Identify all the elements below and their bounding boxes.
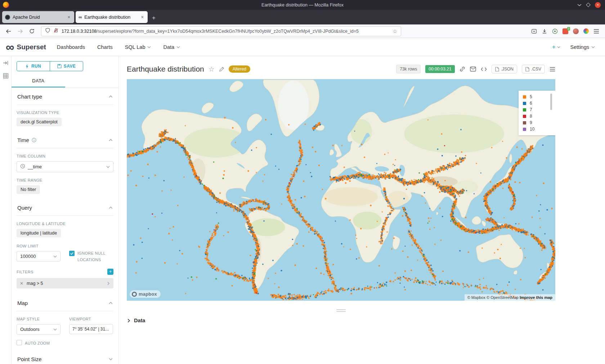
panel-drag-handle[interactable]	[127, 309, 555, 312]
time-column-select[interactable]: __time	[17, 161, 113, 172]
legend-swatch	[523, 115, 526, 118]
superset-brand-name: Superset	[17, 43, 46, 51]
info-icon	[32, 138, 36, 142]
section-point-size[interactable]: Point Size	[17, 350, 113, 364]
insecure-lock-icon[interactable]	[53, 28, 59, 35]
chevron-down-icon	[557, 46, 560, 48]
embed-code-icon[interactable]	[481, 67, 487, 72]
nav-data[interactable]: Data	[163, 44, 180, 50]
export-csv-button[interactable]: .CSV	[522, 65, 545, 73]
tab-close-icon[interactable]: ×	[66, 14, 71, 20]
chevron-up-icon	[109, 206, 113, 209]
section-chart-type[interactable]: Chart type	[17, 88, 113, 105]
browser-window: Earthquake distribution — Mozilla Firefo…	[0, 0, 605, 364]
expand-panel-icon[interactable]	[3, 60, 9, 67]
row-limit-select[interactable]: 100000	[17, 251, 60, 261]
settings-menu[interactable]: Settings	[570, 44, 595, 50]
legend-item[interactable]: 8	[523, 113, 555, 119]
viz-type-chip[interactable]: deck.gl Scatterplot	[17, 118, 62, 126]
browser-tab-apache-druid[interactable]: Apache Druid ×	[2, 11, 74, 23]
chevron-down-icon	[176, 46, 180, 48]
new-tab-button[interactable]: +	[149, 14, 158, 24]
edit-properties-icon[interactable]	[219, 67, 224, 72]
window-close-button[interactable]: ×	[595, 2, 601, 8]
email-icon[interactable]	[470, 67, 476, 72]
legend-swatch	[523, 108, 526, 112]
legend-scrollbar[interactable]	[550, 94, 552, 110]
titlebar: Earthquake distribution — Mozilla Firefo…	[0, 0, 605, 10]
clock-icon	[20, 164, 25, 170]
tracking-shield-icon[interactable]	[45, 28, 50, 35]
nav-sql-lab[interactable]: SQL Lab	[125, 44, 151, 50]
superset-logo[interactable]: ∞ Superset	[6, 42, 46, 53]
query-timer-badge: 00:00:03.21	[425, 65, 454, 73]
run-button[interactable]: RUN	[17, 61, 50, 71]
window-title: Earthquake distribution — Mozilla Firefo…	[0, 3, 605, 8]
time-range-chip[interactable]: No filter	[17, 185, 40, 194]
tab-title: Earthquake distribution	[84, 15, 137, 20]
container-extension-icon[interactable]	[583, 28, 589, 34]
filter-chip[interactable]: ✕ mag > 5	[17, 278, 113, 288]
remove-filter-icon[interactable]: ✕	[20, 281, 23, 286]
nav-dashboards[interactable]: Dashboards	[57, 44, 85, 50]
more-options-icon[interactable]	[550, 67, 555, 72]
pocket-icon[interactable]	[531, 28, 537, 34]
bookmark-star-icon[interactable]: ☆	[393, 28, 397, 34]
filters-label: FILTERS	[17, 270, 33, 274]
map-style-select[interactable]: Outdoors	[17, 324, 60, 335]
auto-zoom-checkbox[interactable]	[17, 340, 22, 345]
lonlat-label: LONGITUDE & LATITUDE	[17, 222, 113, 226]
downloads-icon[interactable]	[542, 28, 547, 34]
nav-charts[interactable]: Charts	[97, 44, 113, 50]
map-canvas[interactable]	[127, 79, 555, 301]
extension-icon[interactable]: 2	[563, 28, 568, 34]
legend-swatch	[523, 128, 526, 131]
file-icon	[525, 67, 529, 72]
legend-item[interactable]: 9	[523, 119, 555, 126]
dataset-grid-icon[interactable]	[3, 73, 9, 80]
account-icon[interactable]	[552, 28, 558, 34]
superset-favicon: ∞	[79, 15, 82, 20]
url-bar[interactable]: 172.18.0.3:32108/superset/explore/?form_…	[41, 26, 401, 36]
save-button[interactable]: SAVE	[50, 61, 83, 71]
window-maximize-icon[interactable]	[586, 3, 591, 7]
apache-druid-favicon	[5, 15, 10, 20]
browser-tab-earthquake-distribution[interactable]: ∞ Earthquake distribution ×	[76, 11, 148, 23]
ignore-null-checkbox[interactable]	[69, 251, 75, 256]
chevron-up-icon	[109, 95, 113, 98]
map-attribution: © Mapbox © OpenStreetMap Improve this ma…	[465, 294, 555, 301]
tab-bar: Apache Druid × ∞ Earthquake distribution…	[0, 10, 605, 24]
legend-item[interactable]: 10	[523, 126, 555, 132]
legend-swatch	[523, 95, 526, 99]
row-limit-label: ROW LIMIT	[17, 244, 69, 248]
reload-button[interactable]	[27, 26, 37, 36]
file-icon	[495, 67, 499, 72]
chart-title: Earthquake distribution	[127, 65, 204, 73]
lonlat-chip[interactable]: longitude | latitude	[17, 229, 61, 237]
ignore-null-label: IGNORE NULL LOCATIONS	[77, 250, 113, 263]
data-panel-header[interactable]: Data	[127, 318, 605, 323]
add-filter-button[interactable]: +	[107, 269, 113, 275]
altered-badge: Altered	[229, 65, 250, 73]
tab-data[interactable]: DATA	[12, 75, 65, 87]
viewport-value[interactable]: 7° 35' 54.02" | 31...	[69, 324, 113, 334]
add-new-button[interactable]: +	[552, 44, 560, 51]
section-query[interactable]: Query	[17, 199, 113, 216]
chevron-right-icon	[127, 319, 131, 322]
control-panel: RUN SAVE DATA Chart type VISUALIZATION T…	[12, 56, 119, 364]
window-minimize-icon[interactable]	[577, 4, 582, 6]
auto-zoom-label: AUTO ZOOM	[25, 340, 50, 347]
tab-close-icon[interactable]: ×	[140, 14, 145, 20]
forward-button[interactable]	[15, 26, 25, 36]
menu-icon[interactable]	[593, 29, 599, 34]
mapbox-logo[interactable]: mapbox	[130, 290, 161, 298]
export-json-button[interactable]: .JSON	[492, 65, 517, 73]
section-map[interactable]: Map	[17, 294, 113, 311]
back-button[interactable]	[4, 26, 14, 36]
row-count-badge: 73k rows	[396, 65, 421, 73]
favorite-star-icon[interactable]: ☆	[209, 65, 215, 73]
section-time[interactable]: Time	[17, 131, 113, 148]
permalink-icon[interactable]	[460, 66, 465, 72]
profile-avatar[interactable]	[573, 28, 579, 34]
improve-map-link[interactable]: Improve this map	[520, 295, 552, 300]
